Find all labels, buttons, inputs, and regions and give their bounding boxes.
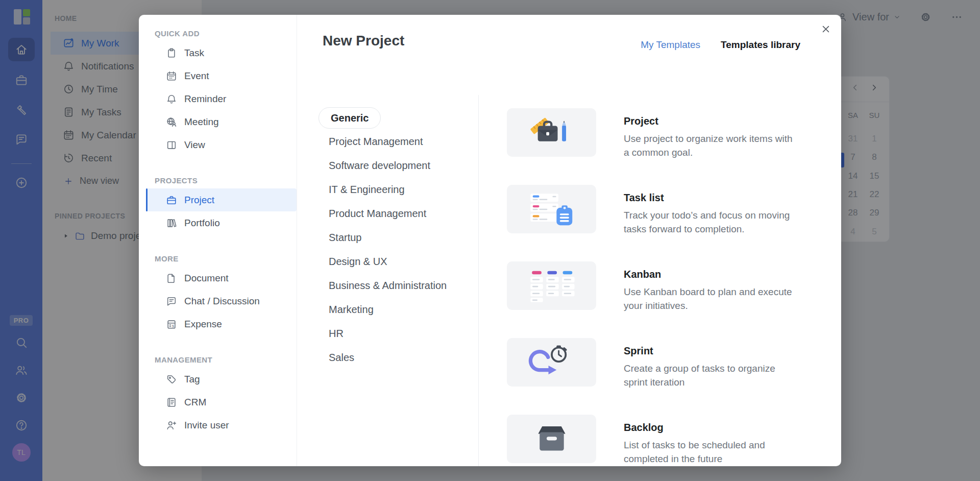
briefcase-icon	[166, 195, 177, 206]
template-title: Task list	[624, 192, 800, 204]
template-card-text: ProjectUse project to organize work item…	[624, 111, 800, 160]
category-business-administration[interactable]: Business & Administration	[318, 274, 447, 298]
menu-section-header: MORE	[155, 254, 297, 262]
menu-section-quick-add: QUICK ADDTaskEventReminderMeetingView	[139, 29, 297, 156]
kanban-illustration	[507, 261, 596, 310]
svg-text:$: $	[172, 324, 174, 328]
menu-section-management: MANAGEMENTTagCRMInvite user	[139, 355, 297, 437]
menu-item-label: View	[184, 139, 205, 151]
category-generic[interactable]: Generic	[318, 107, 381, 129]
template-card-text: KanbanUse Kanban board to plan and execu…	[624, 264, 800, 313]
close-button[interactable]	[819, 22, 833, 36]
category-sales[interactable]: Sales	[318, 346, 354, 370]
menu-item-label: Expense	[184, 319, 222, 330]
menu-item-label: Event	[184, 70, 209, 82]
app-window: PRO TL HOME My WorkNotificationsMy TimeM…	[0, 0, 980, 481]
menu-section-header: MANAGEMENT	[155, 355, 297, 364]
template-title: Backlog	[624, 422, 800, 434]
menu-item-label: Portfolio	[184, 218, 220, 229]
category-project-management[interactable]: Project Management	[318, 130, 423, 154]
template-list: ProjectUse project to organize work item…	[507, 108, 800, 481]
menu-item-view[interactable]: View	[139, 133, 297, 156]
template-description: List of tasks to be scheduled and comple…	[624, 439, 800, 466]
menu-item-label: Tag	[184, 374, 200, 385]
backlog-illustration	[507, 415, 596, 463]
user-plus-icon	[166, 420, 177, 431]
template-card-text: BacklogList of tasks to be scheduled and…	[624, 418, 800, 466]
menu-item-project[interactable]: Project	[146, 188, 297, 211]
menu-item-portfolio[interactable]: Portfolio	[139, 211, 297, 234]
tab-my-templates[interactable]: My Templates	[641, 39, 700, 51]
menu-item-event[interactable]: Event	[139, 64, 297, 87]
template-title: Project	[624, 115, 800, 127]
category-startup[interactable]: Startup	[318, 226, 361, 250]
category-design-ux[interactable]: Design & UX	[318, 250, 387, 274]
modal-side-menu: QUICK ADDTaskEventReminderMeetingViewPRO…	[139, 15, 297, 466]
menu-item-tag[interactable]: Tag	[139, 368, 297, 391]
menu-item-label: Task	[184, 47, 204, 59]
template-categories: GenericProject ManagementSoftware develo…	[318, 107, 447, 370]
template-title: Kanban	[624, 269, 800, 280]
close-icon	[821, 24, 831, 34]
books-icon	[166, 218, 177, 229]
new-project-modal: QUICK ADDTaskEventReminderMeetingViewPRO…	[139, 15, 841, 466]
category-it-engineering[interactable]: IT & Engineering	[318, 178, 405, 202]
file-icon	[166, 273, 177, 284]
template-card-sprint[interactable]: SprintCreate a group of tasks to organiz…	[507, 338, 800, 390]
template-card-kanban[interactable]: KanbanUse Kanban board to plan and execu…	[507, 261, 800, 313]
template-card-text: Task listTrack your todo’s and focus on …	[624, 188, 800, 236]
menu-section-header: PROJECTS	[155, 176, 297, 184]
sprint-illustration	[507, 338, 596, 387]
globe-user-icon	[166, 116, 177, 128]
layout-icon	[166, 139, 177, 151]
project-illustration	[507, 108, 596, 157]
menu-section-header: QUICK ADD	[155, 29, 297, 37]
template-description: Track your todo’s and focus on moving ta…	[624, 209, 800, 236]
template-card-project[interactable]: ProjectUse project to organize work item…	[507, 108, 800, 160]
clipboard-icon	[166, 47, 177, 59]
template-description: Use project to organize work items with …	[624, 132, 800, 160]
modal-tabs: My TemplatesTemplates library	[641, 39, 800, 51]
menu-item-crm[interactable]: CRM	[139, 391, 297, 414]
menu-item-chat-discussion[interactable]: Chat / Discussion	[139, 290, 297, 312]
template-description: Create a group of tasks to organize spri…	[624, 362, 800, 390]
tag-icon	[166, 374, 177, 385]
menu-item-label: Invite user	[184, 420, 229, 431]
template-title: Sprint	[624, 345, 800, 357]
template-card-task-list[interactable]: Task listTrack your todo’s and focus on …	[507, 185, 800, 236]
template-description: Use Kanban board to plan and execute you…	[624, 285, 800, 313]
ledger-icon	[166, 397, 177, 408]
cash-register-icon: $	[166, 319, 177, 330]
category-marketing[interactable]: Marketing	[318, 298, 374, 322]
task-list-illustration	[507, 185, 596, 233]
chat-icon	[166, 296, 177, 307]
menu-section-more: MOREDocumentChat / Discussion$Expense	[139, 254, 297, 335]
category-product-management[interactable]: Product Management	[318, 202, 426, 226]
menu-item-task[interactable]: Task	[139, 41, 297, 64]
modal-vertical-divider	[478, 95, 479, 466]
menu-item-expense[interactable]: $Expense	[139, 312, 297, 335]
calendar-icon	[166, 70, 177, 82]
bell-icon	[166, 93, 177, 105]
menu-section-projects: PROJECTSProjectPortfolio	[139, 176, 297, 234]
menu-item-invite-user[interactable]: Invite user	[139, 414, 297, 437]
menu-item-label: Meeting	[184, 116, 219, 128]
menu-item-document[interactable]: Document	[139, 267, 297, 290]
template-card-text: SprintCreate a group of tasks to organiz…	[624, 341, 800, 390]
category-software-development[interactable]: Software development	[318, 154, 430, 178]
template-card-backlog[interactable]: BacklogList of tasks to be scheduled and…	[507, 415, 800, 466]
menu-item-label: Chat / Discussion	[184, 296, 260, 307]
menu-item-label: Reminder	[184, 93, 226, 105]
tab-templates-library[interactable]: Templates library	[721, 39, 800, 51]
menu-item-label: Document	[184, 273, 229, 284]
menu-item-label: Project	[184, 195, 214, 206]
menu-item-meeting[interactable]: Meeting	[139, 110, 297, 133]
category-hr[interactable]: HR	[318, 322, 344, 346]
menu-item-label: CRM	[184, 397, 206, 408]
menu-item-reminder[interactable]: Reminder	[139, 87, 297, 110]
